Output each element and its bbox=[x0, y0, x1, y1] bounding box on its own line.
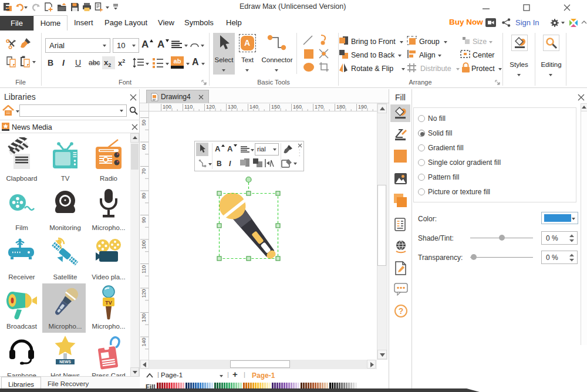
svg-text:?: ? bbox=[399, 306, 404, 316]
svg-text:180: 180 bbox=[336, 104, 345, 110]
svg-text:90: 90 bbox=[141, 217, 147, 223]
svg-text:190: 190 bbox=[358, 104, 367, 110]
svg-text:100: 100 bbox=[163, 104, 171, 110]
svg-text:120: 120 bbox=[141, 289, 147, 298]
svg-text:50: 50 bbox=[141, 120, 147, 126]
svg-text:120: 120 bbox=[206, 104, 215, 110]
svg-text:130: 130 bbox=[228, 104, 237, 110]
svg-text:110: 110 bbox=[141, 265, 147, 273]
svg-text:NEWS: NEWS bbox=[59, 360, 71, 364]
svg-text:140: 140 bbox=[141, 337, 147, 346]
svg-text:110: 110 bbox=[184, 104, 193, 110]
svg-text:TV: TV bbox=[105, 300, 112, 306]
svg-text:60: 60 bbox=[141, 144, 147, 150]
svg-text:140: 140 bbox=[249, 104, 258, 110]
svg-text:160: 160 bbox=[293, 104, 302, 110]
svg-text:170: 170 bbox=[315, 104, 323, 110]
svg-text:130: 130 bbox=[141, 313, 147, 322]
svg-text:100: 100 bbox=[141, 240, 147, 249]
svg-text:150: 150 bbox=[271, 104, 280, 110]
svg-text:70: 70 bbox=[141, 168, 147, 174]
svg-text:80: 80 bbox=[141, 192, 147, 198]
